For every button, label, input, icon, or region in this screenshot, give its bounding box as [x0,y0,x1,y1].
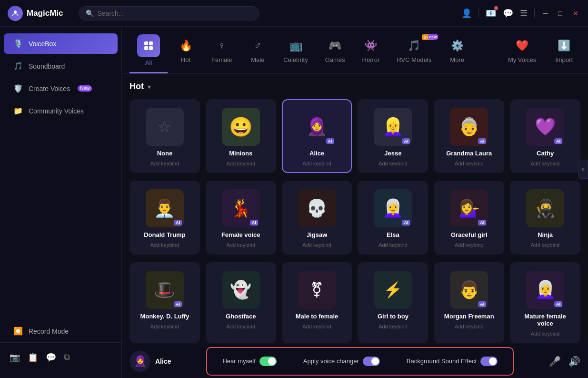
voice-card-donald-trump[interactable]: 👨‍💼 AI Donald Trump Add keybind [130,181,200,255]
menu-icon[interactable]: ☰ [520,8,528,19]
voice-keybind[interactable]: Add keybind [531,331,560,337]
close-button[interactable]: ✕ [571,9,580,18]
voice-avatar: 💁‍♀️ AI [450,189,488,227]
voice-avatar: 🥷 [526,189,564,227]
voice-keybind[interactable]: Add keybind [226,161,255,166]
voice-avatar: 💜 AI [526,108,564,146]
voice-card-female-voice[interactable]: 💃 AI Female voice Add keybind [206,181,276,255]
voice-card-mature-female[interactable]: 👩‍🦳 AI Mature female voice Add keybind [510,262,580,343]
apply-voice-toggle[interactable] [363,357,380,366]
voice-avatar: 💀 [298,189,336,227]
voice-keybind[interactable]: Add keybind [455,161,484,166]
ai-badge: AI [554,138,562,144]
background-sound-toggle[interactable] [480,357,498,366]
tab-male[interactable]: ♂ Male [241,33,274,71]
svg-rect-1 [144,41,148,45]
section-header: Hot ▾ [130,82,580,92]
sidebar-item-soundboard[interactable]: 🎵 Soundboard [4,56,118,76]
sidebar-item-community-voices[interactable]: 📁 Community Voices [4,101,118,121]
voice-card-monkey-d-luffy[interactable]: 🎩 AI Monkey. D. Luffy Add keybind [130,262,200,343]
tab-female[interactable]: ♀ Female [204,33,239,71]
tab-my-voices[interactable]: ❤️ My Voices [500,33,544,71]
voice-keybind[interactable]: Add keybind [226,242,255,248]
tab-rvc-models[interactable]: SVIP new 🎵 RVC Models [389,33,439,71]
tab-all[interactable]: All [130,31,168,73]
voice-card-morgan-freeman[interactable]: 👨 AI Morgan Freeman Add keybind [434,262,504,343]
voice-card-ninja[interactable]: 🥷 Ninja Add keybind [510,181,580,255]
tab-horror[interactable]: 👾 Horror [355,33,388,71]
voice-card-none[interactable]: ☆ None Add keybind [130,99,200,173]
rvc-icon: 🎵 [406,37,423,54]
voice-keybind[interactable]: Add keybind [379,324,408,329]
list-icon[interactable]: 📋 [28,352,38,363]
sidebar-item-record-mode[interactable]: ⏺️ Record Mode [4,321,118,341]
sidebar-item-label: Create Voices [29,85,70,92]
speaker-icon[interactable]: 🔊 [568,356,580,367]
voice-avatar: 💃 AI [222,189,260,227]
hear-myself-toggle[interactable] [259,357,277,366]
tab-celebrity[interactable]: 📺 Celebrity [276,33,315,71]
message-icon[interactable]: 💬 [46,352,56,363]
main-layout: 🎙️ VoiceBox 🎵 Soundboard 🛡️ Create Voice… [0,27,588,378]
voice-keybind[interactable]: Add keybind [150,161,179,166]
collapse-button[interactable]: « [578,160,588,179]
voice-keybind[interactable]: Add keybind [379,242,408,248]
voice-keybind[interactable]: Add keybind [150,242,179,248]
section-arrow[interactable]: ▾ [148,83,151,91]
sidebar-item-create-voices[interactable]: 🛡️ Create Voices New [4,78,118,99]
voice-keybind[interactable]: Add keybind [302,161,331,166]
sidebar-item-voicebox[interactable]: 🎙️ VoiceBox [4,33,118,54]
voice-name: Cathy [537,150,554,157]
voice-keybind[interactable]: Add keybind [150,324,179,329]
voice-avatar: 🧕 AI [298,108,336,146]
voice-keybind[interactable]: Add keybind [302,242,331,248]
search-bar[interactable]: 🔍 Search... [79,6,259,20]
user-icon[interactable]: 👤 [461,8,472,19]
voice-name: Ghostface [226,313,256,320]
my-voices-icon: ❤️ [514,37,531,54]
tab-import[interactable]: ⬇️ Import [548,33,580,71]
tab-label: Hot [181,56,190,63]
voice-card-graceful-girl[interactable]: 💁‍♀️ AI Graceful girl Add keybind [434,181,504,255]
voice-keybind[interactable]: Add keybind [226,324,255,329]
import-icon: ⬇️ [556,37,573,54]
minimize-button[interactable]: ─ [541,9,550,18]
ai-badge: AI [326,138,334,144]
mail-icon[interactable]: 📧 [486,8,496,19]
games-icon: 🎮 [327,37,344,54]
tab-games[interactable]: 🎮 Games [318,33,353,71]
voice-card-cathy[interactable]: 💜 AI Cathy Add keybind [510,99,580,173]
tab-label: RVC Models [397,56,431,63]
voice-keybind[interactable]: Add keybind [531,161,560,166]
microphone-icon[interactable]: 🎤 [549,356,561,367]
voice-keybind[interactable]: Add keybind [455,242,484,248]
more-icon: ⚙️ [448,37,466,54]
voice-card-alice[interactable]: 🧕 AI Alice Add keybind [282,99,352,173]
titlebar: MagicMic 🔍 Search... 👤 📧 💬 ☰ ─ □ ✕ [0,0,588,27]
voice-card-male-to-female[interactable]: ⚧ Male to female Add keybind [282,262,352,343]
layers-icon[interactable]: ⧉ [64,352,70,363]
svg-rect-2 [149,41,153,45]
tab-more[interactable]: ⚙️ More [441,33,473,71]
voice-card-minions[interactable]: 😀 Minions Add keybind [206,99,276,173]
maximize-button[interactable]: □ [557,9,564,18]
voice-name: Morgan Freeman [444,313,494,320]
voice-card-elsa[interactable]: 👩‍🦳 AI Elsa Add keybind [358,181,428,255]
voice-card-grandma-laura[interactable]: 👵 AI Grandma Laura Add keybind [434,99,504,173]
discord-icon[interactable]: 💬 [503,8,513,19]
voice-card-girl-to-boy[interactable]: ⚡ Girl to boy Add keybind [358,262,428,343]
current-voice-display: 🧕 Alice [130,351,171,372]
voice-avatar: 👨‍💼 AI [146,189,184,227]
camera-icon[interactable]: 📷 [10,352,20,363]
voice-keybind[interactable]: Add keybind [302,324,331,329]
controls-center: Hear myself Apply voice changer Backgrou… [179,347,541,376]
voice-keybind[interactable]: Add keybind [531,242,560,248]
voice-card-jigsaw[interactable]: 💀 Jigsaw Add keybind [282,181,352,255]
voice-keybind[interactable]: Add keybind [379,161,408,166]
voice-grid-row1: ☆ None Add keybind 😀 Minions Add keybind [130,99,580,173]
voice-card-ghostface[interactable]: 👻 Ghostface Add keybind [206,262,276,343]
tab-hot[interactable]: 🔥 Hot [169,33,202,71]
voice-card-jesse[interactable]: 👱‍♀️ AI Jesse Add keybind [358,99,428,173]
voice-keybind[interactable]: Add keybind [455,324,484,329]
tab-label: Female [211,56,232,63]
